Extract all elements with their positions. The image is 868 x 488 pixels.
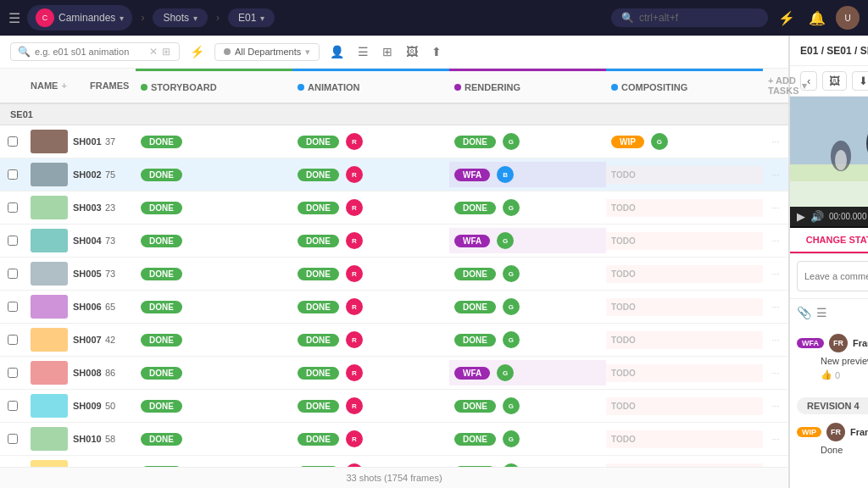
storyboard-status: DONE: [141, 235, 182, 247]
play-button[interactable]: ▶: [797, 210, 805, 223]
checkbox-input[interactable]: [8, 335, 18, 345]
shot-thumbnail: [31, 361, 68, 385]
shot-name: SH002: [25, 158, 85, 191]
compositing-cell: TODO: [606, 430, 763, 448]
department-filter[interactable]: All Departments ▾: [214, 43, 320, 61]
filter-icon[interactable]: ⚡: [186, 43, 208, 60]
table-row[interactable]: SH007 42 DONE DONE R DONE G TODO: [0, 324, 788, 357]
animation-status: DONE: [298, 367, 339, 380]
shot-search-box[interactable]: 🔍 ✕ ⊞: [10, 42, 180, 61]
row-options[interactable]: ···: [763, 430, 788, 448]
row-checkbox[interactable]: [0, 165, 25, 184]
rendering-cell: WFA G: [449, 360, 606, 385]
like-button[interactable]: 👍 0: [821, 369, 840, 380]
row-checkbox[interactable]: [0, 297, 25, 316]
checkbox-input[interactable]: [8, 401, 18, 411]
checkbox-input[interactable]: [8, 434, 18, 444]
compositing-status: TODO: [611, 170, 636, 180]
row-checkbox[interactable]: [0, 330, 25, 349]
commenter-name: Frank Rousseau: [850, 427, 868, 437]
project-chevron-icon: ▾: [120, 14, 124, 23]
table-row[interactable]: SH008 86 DONE DONE R WFA G TODO ·: [0, 357, 788, 390]
checkbox-input[interactable]: [8, 202, 18, 213]
row-checkbox[interactable]: [0, 363, 25, 382]
row-checkbox[interactable]: [0, 396, 25, 415]
row-options[interactable]: ···: [763, 165, 788, 184]
search-input[interactable]: [639, 12, 758, 24]
th-rendering: RENDERING: [449, 69, 606, 103]
row-checkbox[interactable]: [0, 198, 25, 217]
row-checkbox[interactable]: [0, 132, 25, 151]
row-options[interactable]: ···: [763, 132, 788, 151]
table-row[interactable]: SH004 73 DONE DONE R WFA G TODO ·: [0, 225, 788, 258]
row-checkbox[interactable]: [0, 231, 25, 250]
project-selector[interactable]: C Caminandes ▾: [27, 5, 132, 30]
table-row[interactable]: SH003 23 DONE DONE R DONE G TODO: [0, 191, 788, 225]
row-checkbox[interactable]: [0, 430, 25, 448]
thumbnail-view-button[interactable]: 🖼: [822, 71, 847, 91]
table-row[interactable]: SH010 58 DONE DONE R DONE G TODO: [0, 423, 788, 456]
download-button[interactable]: ⬇: [852, 71, 868, 91]
row-options[interactable]: ···: [763, 231, 788, 250]
th-add-task[interactable]: + Add tasks ▾: [763, 69, 788, 103]
checkbox-input[interactable]: [8, 368, 18, 378]
hamburger-menu[interactable]: ☰: [8, 10, 20, 26]
table-row[interactable]: SH001 37 DONE DONE R DONE G WIPG: [0, 125, 788, 158]
table-row[interactable]: SH005 73 DONE DONE R DONE G TODO: [0, 258, 788, 291]
checkbox-input[interactable]: [8, 269, 18, 279]
shot-name: SH004: [25, 225, 85, 257]
list-view-icon[interactable]: ☰: [354, 43, 372, 60]
row-options[interactable]: ···: [763, 264, 788, 283]
change-status-tab[interactable]: CHANGE STATUS: [790, 228, 868, 253]
table-row[interactable]: SH006 65 DONE DONE R DONE G TODO: [0, 291, 788, 324]
rendering-avatar: G: [503, 331, 520, 348]
comment-input[interactable]: [797, 261, 868, 291]
revision-chip[interactable]: REVISION 4: [797, 397, 868, 414]
bell-icon[interactable]: 🔔: [805, 10, 829, 26]
checkbox-input[interactable]: [8, 136, 18, 147]
checklist-icon[interactable]: ☰: [816, 306, 827, 319]
table-row[interactable]: SH011 58 DONE DONE R DONE G TODO: [0, 456, 788, 467]
breadcrumb-sep-2: ›: [216, 12, 220, 24]
clear-search-icon[interactable]: ✕: [149, 46, 158, 58]
table-row[interactable]: SH002 75 DONE DONE R WFA B TODO ·: [0, 158, 788, 191]
checkbox-input[interactable]: [8, 169, 18, 180]
table-row[interactable]: SH009 50 DONE DONE R DONE G TODO: [0, 390, 788, 423]
shots-nav-item[interactable]: Shots ▾: [153, 8, 208, 27]
user-avatar[interactable]: U: [836, 6, 860, 30]
shots-chevron-icon: ▾: [193, 14, 198, 23]
notifications-icon[interactable]: ⚡: [775, 10, 798, 26]
shots-table: SE01 SH001 37 DONE DONE R: [0, 104, 788, 467]
assignee-filter-icon[interactable]: 👤: [326, 43, 348, 60]
animation-status: DONE: [298, 136, 339, 148]
add-col-icon[interactable]: +: [61, 80, 66, 91]
checkbox-input[interactable]: [8, 302, 18, 312]
grid-view-icon[interactable]: ⊞: [379, 43, 396, 60]
row-options[interactable]: ···: [763, 297, 788, 316]
global-search[interactable]: 🔍: [611, 8, 768, 27]
save-search-icon[interactable]: ⊞: [162, 46, 170, 58]
export-icon[interactable]: ⬆: [428, 43, 445, 60]
rendering-status: DONE: [454, 334, 496, 347]
attachment-icon[interactable]: 📎: [797, 306, 811, 319]
row-options[interactable]: ···: [763, 198, 788, 217]
animation-content: DONE R: [298, 298, 363, 315]
animation-status: DONE: [298, 400, 339, 413]
shot-search-input[interactable]: [35, 47, 145, 57]
animation-cell: DONE R: [292, 426, 449, 452]
row-checkbox[interactable]: [0, 264, 25, 283]
compositing-cell: TODO: [606, 232, 763, 250]
row-options[interactable]: ···: [763, 363, 788, 382]
shots-list-panel: 🔍 ✕ ⊞ ⚡ All Departments ▾ 👤 ☰ ⊞ 🖼 ⬆ NAME…: [0, 36, 789, 488]
breadcrumb-sep-1: ›: [141, 12, 144, 24]
checkbox-input[interactable]: [8, 236, 18, 246]
thumbnail-view-icon[interactable]: 🖼: [403, 43, 421, 60]
row-options[interactable]: ···: [763, 396, 788, 415]
volume-button[interactable]: 🔊: [810, 210, 824, 223]
rendering-cell: DONE G: [449, 393, 606, 419]
row-options[interactable]: ···: [763, 330, 788, 349]
rendering-status: WFA: [454, 367, 490, 380]
comment-badge: WIP: [797, 427, 821, 437]
dept-label: All Departments: [235, 47, 301, 57]
episode-nav-item[interactable]: E01 ▾: [228, 8, 275, 27]
